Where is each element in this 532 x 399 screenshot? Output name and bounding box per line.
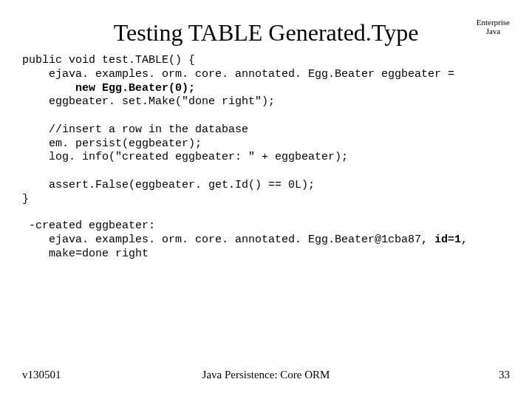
code-line: assert.False(eggbeater. get.Id() == 0L); <box>22 179 315 191</box>
code-line: } <box>22 193 29 205</box>
code-block: public void test.TABLE() { ejava. exampl… <box>22 54 510 206</box>
code-line: em. persist(eggbeater); <box>22 137 202 150</box>
code-line: public void test.TABLE() { <box>22 54 195 66</box>
corner-line1: Enterprise <box>477 18 510 27</box>
code-line: log. info("created eggbeater: " + eggbea… <box>22 151 348 163</box>
corner-label: Enterprise Java <box>477 18 510 35</box>
output-line: ejava. examples. orm. core. annotated. E… <box>22 233 434 246</box>
page-title: Testing TABLE Generated.Type <box>114 19 419 47</box>
code-line: eggbeater. set.Make("done right"); <box>22 95 275 108</box>
footer-page-number: 33 <box>499 369 510 381</box>
output-line: make=done right <box>22 248 149 260</box>
slide: Testing TABLE Generated.Type Enterprise … <box>0 0 532 399</box>
footer-title: Java Persistence: Core ORM <box>202 369 330 381</box>
corner-line2: Java <box>486 27 501 35</box>
output-highlight-id: id=1 <box>434 233 461 246</box>
code-keyword-new: new Egg.Beater(0); <box>75 82 195 95</box>
footer: v130501 Java Persistence: Core ORM 33 <box>22 369 510 381</box>
header-row: Testing TABLE Generated.Type Enterprise … <box>22 15 510 47</box>
code-line: ejava. examples. orm. core. annotated. E… <box>22 68 454 81</box>
output-line: , <box>461 233 468 246</box>
code-comment: //insert a row in the database <box>22 123 248 136</box>
output-block: -created eggbeater: ejava. examples. orm… <box>22 219 510 261</box>
footer-version: v130501 <box>22 369 61 381</box>
code-indent <box>22 82 75 95</box>
output-line: -created eggbeater: <box>22 219 155 232</box>
